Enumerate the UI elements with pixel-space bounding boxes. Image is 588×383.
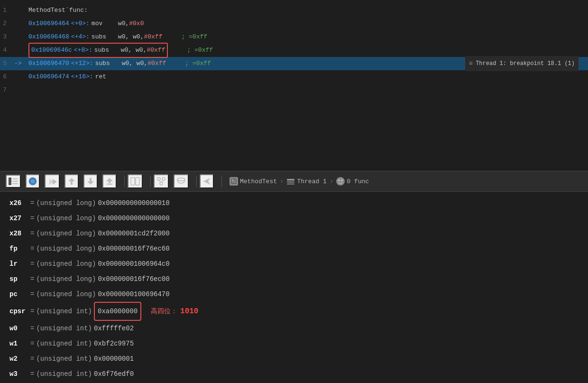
stop-button[interactable]	[26, 174, 40, 188]
app-breadcrumb-item[interactable]: MethodTest	[230, 177, 277, 186]
reg-value: 0x00000001	[94, 351, 134, 366]
registers-area: x26 = (unsigned long) 0x0000000000000010…	[0, 192, 588, 383]
source-toggle-button[interactable]	[128, 174, 143, 188]
mnemonic: subs	[92, 30, 114, 44]
reg-name-x26: x26	[9, 196, 28, 211]
cpsr-value-box: 0xa0000000	[94, 302, 141, 321]
register-row-cpsr: cpsr = (unsigned int) 0xa0000000高四位：1010	[9, 302, 579, 321]
toolbar: MethodTest › Thread 1 ›	[0, 171, 588, 192]
reg-name-cpsr: cpsr	[9, 304, 28, 319]
mnemonic: ret	[95, 70, 118, 84]
svg-rect-25	[232, 179, 234, 181]
svg-rect-26	[234, 179, 236, 180]
reg-value: 0xfffffe02	[94, 321, 134, 336]
svg-rect-24	[231, 178, 237, 184]
comment: ; =0xff	[185, 57, 211, 70]
hex-value: #0x0	[129, 17, 144, 30]
separator-2	[150, 176, 151, 187]
svg-rect-14	[107, 184, 112, 185]
step-over-button[interactable]	[45, 174, 60, 188]
svg-point-18	[162, 177, 165, 180]
line-number-4: 4	[0, 44, 14, 57]
reg-value: 0x000000016f76ec00	[98, 271, 169, 287]
svg-point-35	[341, 179, 343, 181]
svg-rect-28	[232, 182, 236, 183]
register-row-x27: x27 = (unsigned long) 0x0000000000000000	[9, 211, 579, 226]
reg-type: (unsigned long)	[36, 287, 96, 302]
reg-value: 0x00000001006964c0	[98, 256, 169, 271]
step-out-button[interactable]	[83, 174, 98, 188]
line-number-3: 3	[0, 30, 14, 44]
register-row-x28: x28 = (unsigned long) 0x00000001cd2f2000	[9, 226, 579, 241]
svg-rect-11	[90, 178, 92, 181]
line-number-2: 2	[0, 17, 14, 30]
register-row-x26: x26 = (unsigned long) 0x0000000000000010	[9, 196, 579, 211]
code-line-2: 20x100696464 <+0>: mov w0, #0x0	[0, 17, 588, 30]
operands: w0, w0,	[122, 57, 148, 70]
reg-equals: =	[30, 336, 34, 351]
func-breadcrumb-item[interactable]: 0 func	[336, 177, 369, 186]
svg-rect-9	[71, 181, 73, 185]
code-line-3: 30x100696468 <+4>: subs w0, w0, #0xff; =…	[0, 30, 588, 44]
breadcrumb: MethodTest › Thread 1 ›	[230, 177, 369, 186]
register-row-sp: sp = (unsigned long) 0x000000016f76ec00	[9, 271, 579, 287]
high-bits-value: 1010	[180, 304, 198, 319]
func-header: MethodTest`func:	[28, 4, 88, 17]
reg-value: 0x0000000000000010	[98, 196, 169, 211]
offset: <+8>:	[74, 44, 92, 57]
step-in-button[interactable]	[64, 174, 79, 188]
reg-name-pc: pc	[9, 287, 28, 302]
addr: 0x100696474	[28, 70, 69, 84]
reg-type: (unsigned long)	[36, 256, 96, 271]
separator-3	[196, 176, 197, 187]
func-icon	[336, 177, 345, 186]
register-row-lr: lr = (unsigned long) 0x00000001006964c0	[9, 256, 579, 271]
step-return-button[interactable]	[102, 174, 117, 188]
hex-value: #0xff	[147, 57, 166, 70]
register-row-w2: w2 = (unsigned int) 0x00000001	[9, 351, 579, 366]
reg-type: (unsigned int)	[36, 351, 92, 366]
code-line-1: 1MethodTest`func:	[0, 4, 588, 17]
reg-name-lr: lr	[9, 256, 28, 271]
line-content-2: 0x100696464 <+0>: mov w0, #0x0	[28, 17, 579, 30]
reg-equals: =	[30, 366, 34, 382]
offset: <+16>:	[71, 70, 93, 84]
reg-type: (unsigned long)	[36, 211, 96, 226]
svg-rect-1	[12, 178, 18, 179]
code-line-5: 5->0x100696470 <+12>: subs w0, w0, #0xff…	[0, 57, 588, 70]
branch-button[interactable]	[154, 174, 169, 188]
reg-name-w3: w3	[9, 366, 28, 382]
code-line-6: 60x100696474 <+16>: ret	[0, 70, 588, 84]
line-content-6: 0x100696474 <+16>: ret	[28, 70, 579, 84]
reg-equals: =	[30, 304, 34, 319]
reg-name-w0: w0	[9, 321, 28, 336]
svg-rect-2	[12, 181, 18, 182]
operands: w0,	[118, 17, 129, 30]
thread-badge: ≡Thread 1: breakpoint 18.1 (1)	[465, 56, 579, 71]
reg-value: 0x000000016f76ec60	[98, 241, 169, 256]
svg-rect-30	[287, 181, 294, 182]
reg-type: (unsigned long)	[36, 271, 96, 287]
mnemonic: mov	[92, 17, 114, 30]
thread-icon	[286, 177, 295, 186]
svg-rect-32	[287, 184, 294, 185]
reg-name-w2: w2	[9, 351, 28, 366]
svg-marker-23	[203, 178, 210, 185]
line-number-1: 1	[0, 4, 14, 17]
memory-button[interactable]	[174, 174, 189, 188]
reg-type: (unsigned long)	[36, 241, 96, 256]
reg-type: (unsigned int)	[36, 304, 92, 319]
thread-breadcrumb-item[interactable]: Thread 1	[286, 177, 326, 186]
svg-rect-29	[287, 179, 294, 180]
svg-rect-16	[136, 177, 139, 185]
reg-name-w1: w1	[9, 336, 28, 351]
reg-equals: =	[30, 196, 34, 211]
line-content-5: 0x100696470 <+12>: subs w0, w0, #0xff; =…	[28, 56, 579, 71]
line-arrow-5: ->	[14, 57, 28, 70]
sidebar-toggle-button[interactable]	[6, 175, 21, 188]
comment: ; =0xff	[187, 44, 213, 57]
code-area: 1MethodTest`func:20x100696464 <+0>: mov …	[0, 0, 588, 171]
location-button[interactable]	[200, 174, 214, 188]
offset: <+4>:	[71, 30, 90, 44]
reg-type: (unsigned long)	[36, 226, 96, 241]
